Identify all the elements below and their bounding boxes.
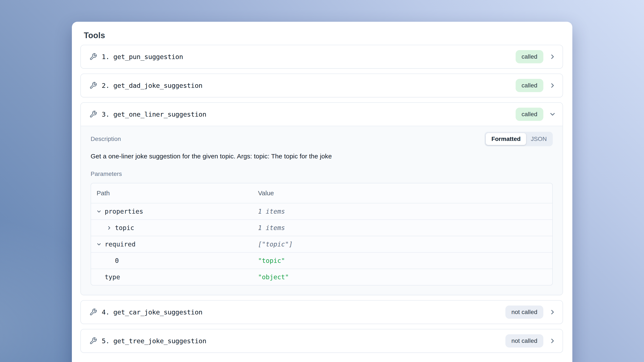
wrench-icon (89, 308, 97, 316)
chevron-right-icon[interactable] (549, 337, 556, 344)
value-text: 1 items (258, 208, 552, 215)
wrench-icon (89, 110, 97, 118)
column-value: Value (258, 190, 552, 197)
tool-row[interactable]: 3. get_one_liner_suggestion called (81, 103, 562, 126)
tools-panel: Tools 1. get_pun_suggestion called 2. ge… (72, 22, 572, 362)
path-text: topic (115, 224, 134, 232)
tool-card-get_dad_joke_suggestion: 2. get_dad_joke_suggestion called (80, 74, 563, 98)
path-text: required (105, 240, 136, 248)
format-toggle: Formatted JSON (484, 132, 553, 146)
column-path: Path (91, 190, 258, 197)
table-row-0[interactable]: 0 "topic" (91, 252, 552, 268)
page-title: Tools (80, 29, 563, 42)
chevron-right-icon[interactable] (549, 82, 556, 89)
tool-row[interactable]: 1. get_pun_suggestion called (81, 45, 562, 68)
tool-name: 4. get_car_joke_suggestion (102, 308, 202, 316)
wrench-icon (89, 337, 97, 345)
table-row-required[interactable]: required ["topic"] (91, 236, 552, 252)
value-text: "topic" (258, 257, 552, 264)
toggle-formatted[interactable]: Formatted (486, 133, 526, 145)
tool-list: 1. get_pun_suggestion called 2. get_dad_… (80, 45, 563, 353)
parameters-label: Parameters (91, 170, 553, 178)
tool-detail: Description Formatted JSON Get a one-lin… (81, 126, 562, 295)
tool-card-get_pun_suggestion: 1. get_pun_suggestion called (80, 45, 563, 69)
path-text: type (105, 273, 120, 281)
status-badge: called (516, 50, 543, 63)
tool-row[interactable]: 4. get_car_joke_suggestion not called (81, 300, 562, 324)
table-row-topic[interactable]: topic 1 items (91, 219, 552, 236)
tool-row[interactable]: 2. get_dad_joke_suggestion called (81, 74, 562, 97)
status-badge: not called (506, 306, 543, 319)
tool-name: 5. get_tree_joke_suggestion (102, 337, 206, 345)
tool-row[interactable]: 5. get_tree_joke_suggestion not called (81, 330, 562, 352)
chevron-down-icon[interactable] (96, 242, 102, 247)
chevron-down-icon[interactable] (549, 111, 556, 118)
value-text: ["topic"] (258, 240, 552, 248)
status-badge: called (516, 79, 543, 92)
parameters-table: Path Value properties 1 items top (91, 183, 553, 286)
tool-card-get_tree_joke_suggestion: 5. get_tree_joke_suggestion not called (80, 329, 563, 353)
value-text: "object" (258, 273, 552, 281)
toggle-json[interactable]: JSON (526, 133, 552, 145)
tool-name: 1. get_pun_suggestion (102, 53, 183, 60)
value-text: 1 items (258, 224, 552, 232)
tool-name: 2. get_dad_joke_suggestion (102, 82, 202, 89)
wrench-icon (89, 53, 97, 60)
status-badge: called (516, 108, 543, 121)
description-label: Description (91, 136, 121, 142)
tool-card-get_one_liner_suggestion: 3. get_one_liner_suggestion called Descr… (80, 102, 563, 295)
path-text: 0 (115, 257, 119, 264)
description-text: Get a one-liner joke suggestion for the … (91, 152, 553, 160)
chevron-right-icon[interactable] (549, 308, 556, 316)
table-row-properties[interactable]: properties 1 items (91, 203, 552, 219)
table-row-type[interactable]: type "object" (91, 268, 552, 285)
chevron-right-icon[interactable] (106, 225, 112, 231)
path-text: properties (105, 208, 143, 215)
wrench-icon (89, 82, 97, 89)
chevron-down-icon[interactable] (96, 209, 102, 214)
status-badge: not called (506, 334, 543, 348)
table-header: Path Value (91, 183, 552, 203)
tool-name: 3. get_one_liner_suggestion (102, 110, 206, 118)
chevron-right-icon[interactable] (549, 53, 556, 60)
tool-card-get_car_joke_suggestion: 4. get_car_joke_suggestion not called (80, 300, 563, 324)
